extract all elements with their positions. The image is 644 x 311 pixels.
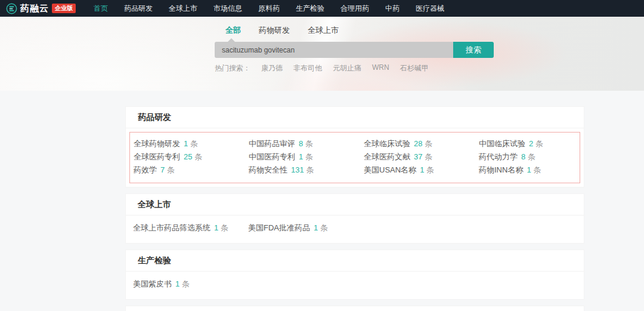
result-item[interactable]: 全球药物研发1条: [134, 137, 249, 150]
result-count: 1: [420, 165, 424, 174]
result-unit: 条: [305, 152, 313, 161]
section-results: 全球药物研发1条中国药品审评8条全球临床试验28条中国临床试验2条全球医药专利2…: [129, 132, 580, 183]
result-unit: 条: [320, 223, 328, 232]
result-item[interactable]: 药效学7条: [134, 164, 249, 177]
result-label: 中国药品审评: [249, 139, 295, 148]
result-item[interactable]: 中国药品审评8条: [249, 137, 364, 150]
search-bar: 搜索: [215, 42, 494, 58]
result-item[interactable]: 药物安全性131条: [249, 164, 364, 177]
result-unit: 条: [534, 165, 541, 174]
result-item[interactable]: 中国医药专利1条: [249, 150, 364, 164]
result-count: 8: [299, 139, 303, 148]
section-title: 药品研发: [126, 107, 584, 128]
result-unit: 条: [305, 139, 313, 148]
result-count: 1: [175, 279, 179, 288]
hot-search-item[interactable]: 石杉碱甲: [400, 63, 429, 73]
enterprise-badge: 企业版: [52, 4, 76, 13]
result-unit: 条: [528, 152, 535, 161]
top-navbar: 药融云 企业版 首页药品研发全球上市市场信息原料药生产检验合理用药中药医疗器械: [0, 0, 644, 17]
result-label: 美国FDA批准药品: [248, 223, 310, 232]
result-unit: 条: [425, 139, 432, 148]
search-results: 药品研发全球药物研发1条中国药品审评8条全球临床试验28条中国临床试验2条全球医…: [0, 91, 644, 311]
nav-item-中药[interactable]: 中药: [385, 4, 400, 14]
hero-banner: 全部药物研发全球上市 搜索 热门搜索： 康乃德非布司他元胡止痛WRN石杉碱甲: [0, 17, 644, 91]
result-unit: 条: [426, 165, 434, 174]
nav-item-合理用药[interactable]: 合理用药: [340, 4, 369, 14]
result-label: 药物安全性: [249, 165, 287, 174]
section-title: 生产检验: [126, 250, 584, 272]
section-results: 全球上市药品筛选系统1条美国FDA批准药品1条: [126, 215, 584, 243]
nav-menu: 首页药品研发全球上市市场信息原料药生产检验合理用药中药医疗器械: [94, 4, 444, 14]
search-tab-药物研发[interactable]: 药物研发: [259, 25, 290, 36]
result-count: 131: [291, 165, 304, 174]
hot-search-row: 热门搜索： 康乃德非布司他元胡止痛WRN石杉碱甲: [215, 63, 494, 73]
result-label: 全球医药文献: [364, 152, 410, 161]
section-card: 药品研发全球药物研发1条中国药品审评8条全球临床试验28条中国临床试验2条全球医…: [125, 106, 584, 187]
result-label: 美国USAN名称: [364, 165, 416, 174]
active-tab-notch: [228, 38, 235, 42]
result-count: 1: [527, 165, 531, 174]
result-label: 药效学: [134, 165, 157, 174]
nav-item-医疗器械[interactable]: 医疗器械: [416, 4, 444, 14]
result-label: 中国医药专利: [249, 152, 295, 161]
result-count: 8: [521, 152, 525, 161]
result-count: 1: [299, 152, 303, 161]
hot-search-item[interactable]: 非布司他: [293, 63, 322, 73]
result-unit: 条: [535, 139, 543, 148]
result-count: 2: [529, 139, 533, 148]
result-item[interactable]: 美国FDA批准药品1条: [248, 221, 363, 235]
nav-item-原料药[interactable]: 原料药: [258, 4, 280, 14]
hot-search-item[interactable]: WRN: [372, 63, 389, 73]
result-unit: 条: [182, 279, 190, 288]
result-label: 全球药物研发: [134, 139, 180, 148]
search-tabs: 全部药物研发全球上市: [225, 24, 494, 36]
logo-text: 药融云: [20, 3, 49, 14]
result-label: 全球医药专利: [134, 152, 180, 161]
result-label: 全球临床试验: [364, 139, 410, 148]
result-item[interactable]: 美国紫皮书1条: [133, 278, 248, 291]
result-item[interactable]: 全球医药专利25条: [134, 150, 249, 164]
nav-item-生产检验[interactable]: 生产检验: [296, 4, 324, 14]
nav-item-全球上市[interactable]: 全球上市: [169, 4, 197, 14]
nav-item-市场信息[interactable]: 市场信息: [213, 4, 242, 14]
hot-search-item[interactable]: 康乃德: [261, 63, 283, 73]
result-label: 药代动力学: [479, 152, 518, 161]
logo[interactable]: 药融云 企业版: [6, 3, 76, 14]
hot-search-label: 热门搜索：: [215, 63, 250, 73]
result-item[interactable]: 药代动力学8条: [479, 150, 594, 164]
result-count: 1: [184, 139, 188, 148]
result-item[interactable]: 药物INN名称1条: [479, 164, 594, 177]
result-unit: 条: [167, 165, 175, 174]
hot-search-item[interactable]: 元胡止痛: [333, 63, 361, 73]
result-item[interactable]: 全球医药文献37条: [364, 150, 479, 164]
section-results: 美国紫皮书1条: [126, 272, 584, 299]
result-count: 37: [414, 152, 422, 161]
hot-search-items: 康乃德非布司他元胡止痛WRN石杉碱甲: [261, 63, 429, 73]
result-count: 1: [214, 223, 218, 232]
search-button[interactable]: 搜索: [453, 42, 494, 58]
nav-item-首页[interactable]: 首页: [94, 4, 108, 14]
result-unit: 条: [221, 223, 228, 232]
result-unit: 条: [190, 139, 198, 148]
search-tab-全部[interactable]: 全部: [225, 25, 241, 36]
section-title: 全球上市: [126, 194, 584, 215]
result-unit: 条: [425, 152, 432, 161]
pharmcloud-logo-icon: [6, 3, 17, 14]
result-item[interactable]: 全球临床试验28条: [364, 137, 479, 150]
result-label: 中国临床试验: [479, 139, 525, 148]
section-card: 生产检验美国紫皮书1条: [125, 250, 584, 300]
result-count: 1: [314, 223, 318, 232]
result-label: 药物INN名称: [479, 165, 523, 174]
search-input[interactable]: [215, 42, 453, 58]
result-item[interactable]: 中国临床试验2条: [479, 137, 594, 150]
result-unit: 条: [194, 152, 202, 161]
nav-item-药品研发[interactable]: 药品研发: [124, 4, 153, 14]
search-tab-全球上市[interactable]: 全球上市: [308, 25, 339, 36]
section-card: 全球上市全球上市药品筛选系统1条美国FDA批准药品1条: [125, 193, 584, 244]
result-count: 25: [184, 152, 192, 161]
section-card: 合理用药国外药品说明书1条: [125, 306, 584, 311]
result-unit: 条: [306, 165, 314, 174]
result-label: 全球上市药品筛选系统: [133, 223, 210, 232]
result-item[interactable]: 美国USAN名称1条: [364, 164, 479, 177]
result-item[interactable]: 全球上市药品筛选系统1条: [133, 221, 248, 235]
